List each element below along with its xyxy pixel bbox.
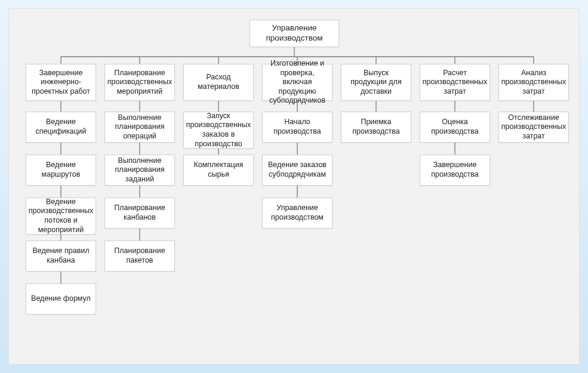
- node-child-1-0: Выполнение планирования операций: [104, 112, 175, 143]
- node-head-3: Изготовление и проверка, включая продукц…: [262, 64, 333, 101]
- node-child-2-1: Комплектация сырья: [183, 155, 254, 186]
- node-child-5-1: Завершение производства: [420, 155, 490, 186]
- node-child-0-0: Ведение спецификаций: [26, 112, 96, 143]
- node-child-0-2: Ведение производственных потоков и мероп…: [26, 198, 96, 235]
- node-child-3-0: Начало производства: [262, 112, 333, 143]
- node-child-0-3: Ведение правил канбана: [26, 241, 96, 272]
- node-head-1: Планирование производственных мероприяти…: [104, 64, 175, 101]
- diagram-canvas: Управление производствомЗавершение инжен…: [8, 8, 580, 365]
- node-child-3-2: Управление производством: [262, 198, 333, 229]
- node-head-6: Анализ производственных затрат: [498, 64, 569, 101]
- node-root: Управление производством: [250, 20, 339, 47]
- node-child-1-1: Выполнение планирования заданий: [104, 155, 175, 186]
- node-child-4-0: Приемка производства: [341, 112, 411, 143]
- node-child-3-1: Ведение заказов субподрядчикам: [262, 155, 333, 186]
- node-child-2-0: Запуск производственных заказов в произв…: [183, 112, 254, 149]
- node-head-0: Завершение инженерно-проектных работ: [26, 64, 96, 101]
- node-child-0-4: Ведение формул: [26, 283, 96, 315]
- node-child-1-2: Планирование канбанов: [104, 198, 175, 229]
- node-head-5: Расчет производственных затрат: [420, 64, 490, 101]
- node-child-0-1: Ведение маршрутов: [26, 155, 96, 186]
- node-head-4: Выпуск продукции для доставки: [341, 64, 411, 101]
- node-child-1-3: Планирование пакетов: [104, 241, 175, 272]
- node-child-6-0: Отслеживание производственных затрат: [498, 112, 569, 143]
- node-head-2: Расход материалов: [183, 64, 254, 101]
- outer-frame: Управление производствомЗавершение инжен…: [0, 0, 588, 373]
- node-child-5-0: Оценка производства: [420, 112, 490, 143]
